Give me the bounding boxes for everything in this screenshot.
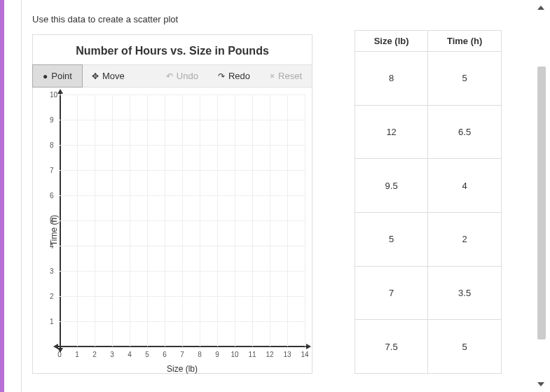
gridline-h xyxy=(60,321,305,322)
x-tick-label: 3 xyxy=(110,351,114,358)
scroll-down-arrow-icon[interactable] xyxy=(537,382,544,386)
undo-button[interactable]: ↶ Undo xyxy=(156,65,208,87)
x-axis-label: Size (lb) xyxy=(60,364,305,374)
chart-title: Number of Hours vs. Size in Pounds xyxy=(33,35,312,64)
y-tick-label: 2 xyxy=(50,293,54,300)
header-size: Size (lb) xyxy=(355,31,428,52)
gridline-h xyxy=(60,246,305,246)
x-tick-label: 11 xyxy=(248,351,256,358)
table-row: 7 3.5 xyxy=(355,266,502,320)
point-tool-button[interactable]: ● Point xyxy=(32,64,83,88)
x-tick-label: 13 xyxy=(283,351,291,358)
undo-icon: ↶ xyxy=(166,71,173,81)
redo-label: Redo xyxy=(228,71,250,81)
gridline-h xyxy=(60,145,305,146)
x-tick-label: 7 xyxy=(180,351,184,358)
cell-size: 5 xyxy=(355,212,428,266)
x-tick-label: 10 xyxy=(231,351,238,358)
gridline-h xyxy=(60,170,305,171)
undo-label: Undo xyxy=(177,71,198,81)
move-tool-button[interactable]: ✥ Move xyxy=(82,65,135,87)
cell-size: 9.5 xyxy=(355,159,428,213)
table-header-row: Size (lb) Time (h) xyxy=(355,31,502,52)
x-tick-label: 9 xyxy=(215,351,219,358)
cell-time: 3.5 xyxy=(428,266,502,320)
y-tick-label: 1 xyxy=(50,318,54,326)
cell-time: 5 xyxy=(428,52,502,106)
chart-toolbar: ● Point ✥ Move ↶ Undo ↷ Redo × xyxy=(33,64,312,88)
axis-arrow-left-icon xyxy=(53,344,58,349)
cell-size: 8 xyxy=(355,52,428,106)
y-tick-label: 6 xyxy=(50,192,54,200)
table-row: 8 5 xyxy=(355,52,502,106)
x-tick-label: 5 xyxy=(145,351,149,358)
data-table: Size (lb) Time (h) 8 5 12 6.5 9.5 4 xyxy=(355,30,502,374)
cell-time: 2 xyxy=(428,212,502,266)
cell-size: 7 xyxy=(355,266,428,320)
redo-button[interactable]: ↷ Redo xyxy=(208,65,260,87)
accent-border xyxy=(0,0,4,392)
table-row: 5 2 xyxy=(355,212,502,266)
gridline-v xyxy=(305,94,305,346)
cell-time: 6.5 xyxy=(428,105,502,159)
table-row: 12 6.5 xyxy=(355,105,502,159)
x-tick-label: 2 xyxy=(92,351,97,358)
prompt-text: Use this data to create a scatter plot xyxy=(32,14,529,24)
x-tick-label: 14 xyxy=(301,351,308,358)
move-label: Move xyxy=(102,71,125,81)
reset-button[interactable]: × Reset xyxy=(260,65,312,87)
gridline-h xyxy=(60,271,305,272)
scrollbar[interactable] xyxy=(537,66,546,340)
x-tick-label: 1 xyxy=(75,351,79,358)
table-row: 9.5 4 xyxy=(355,159,502,213)
y-tick-label: 10 xyxy=(50,91,57,99)
x-tick-label: 0 xyxy=(57,351,62,358)
plot-area[interactable]: Size (lb) 012345678910111213141234567891… xyxy=(60,94,305,346)
gridline-h xyxy=(60,296,305,297)
reset-icon: × xyxy=(270,71,275,81)
axis-arrow-up-icon xyxy=(57,89,63,94)
content-divider xyxy=(21,0,22,392)
cell-size: 12 xyxy=(355,105,428,159)
x-tick-label: 6 xyxy=(163,351,167,358)
cell-time: 5 xyxy=(428,320,502,374)
move-icon: ✥ xyxy=(92,71,99,81)
cell-time: 4 xyxy=(428,159,502,213)
axis-arrow-right-icon xyxy=(306,344,311,349)
y-tick-label: 7 xyxy=(50,167,54,174)
x-tick-label: 4 xyxy=(128,351,132,358)
reset-label: Reset xyxy=(278,71,302,81)
gridline-h xyxy=(60,220,305,221)
cell-size: 7.5 xyxy=(355,320,428,374)
redo-icon: ↷ xyxy=(218,71,225,81)
header-time: Time (h) xyxy=(428,31,502,52)
y-tick-label: 3 xyxy=(50,267,54,275)
table-row: 7.5 5 xyxy=(355,320,502,374)
gridline-h xyxy=(60,120,305,120)
x-tick-label: 8 xyxy=(198,351,202,358)
y-tick-label: 4 xyxy=(50,242,54,250)
x-tick-label: 12 xyxy=(266,351,273,358)
scroll-up-arrow-icon[interactable] xyxy=(537,6,544,10)
y-tick-label: 5 xyxy=(50,217,54,225)
y-tick-label: 9 xyxy=(50,116,54,124)
chart-body[interactable]: Time (h) Size (lb) 012345678910111213141… xyxy=(33,88,312,373)
point-icon: ● xyxy=(43,71,48,81)
point-label: Point xyxy=(51,71,72,81)
chart-card: Number of Hours vs. Size in Pounds ● Poi… xyxy=(32,34,312,374)
y-tick-label: 8 xyxy=(50,141,54,149)
gridline-h xyxy=(60,195,305,196)
gridline-h xyxy=(60,94,305,95)
